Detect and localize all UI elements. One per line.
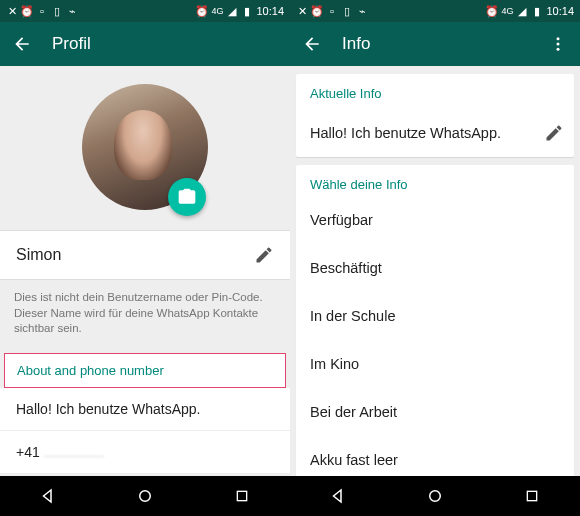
app-bar: Info [290, 22, 580, 66]
name-hint: Dies ist nicht dein Benutzername oder Pi… [0, 280, 290, 349]
xing-icon: ✕ [6, 5, 18, 17]
phone-prefix: +41 [16, 444, 40, 460]
status-option-label: In der Schule [310, 308, 395, 324]
phone-row[interactable]: +41 [0, 431, 290, 474]
phone-left: ✕ ⏰ ▫ ▯ ⌁ ⏰ 4G ◢ ▮ 10:14 Profil Simon [0, 0, 290, 516]
overflow-menu[interactable] [546, 32, 570, 56]
nav-recent[interactable] [222, 476, 262, 516]
status-option[interactable]: Im Kino [296, 340, 574, 388]
svg-rect-6 [527, 491, 536, 500]
name-row[interactable]: Simon [0, 230, 290, 280]
more-vert-icon [549, 35, 567, 53]
current-info-card: Aktuelle Info Hallo! Ich benutze WhatsAp… [296, 74, 574, 157]
status-option-label: Verfügbar [310, 212, 373, 228]
clock: 10:14 [546, 5, 574, 17]
phone-masked [44, 449, 104, 457]
alarm2-icon: ⏰ [486, 5, 498, 17]
status-option-label: Im Kino [310, 356, 359, 372]
about-section-title: About and phone number [17, 363, 273, 378]
options-card: Wähle deine Info Verfügbar Beschäftigt I… [296, 165, 574, 476]
about-row[interactable]: Hallo! Ich benutze WhatsApp. [0, 388, 290, 431]
sim-icon: ▯ [51, 5, 63, 17]
debug-icon: ⌁ [356, 5, 368, 17]
nav-back[interactable] [318, 476, 358, 516]
alarm2-icon: ⏰ [196, 5, 208, 17]
app-bar: Profil [0, 22, 290, 66]
battery-icon: ▮ [241, 5, 253, 17]
svg-point-0 [140, 491, 151, 502]
svg-point-4 [557, 48, 560, 51]
status-option[interactable]: Akku fast leer [296, 436, 574, 476]
avatar-area [0, 66, 290, 230]
clock: 10:14 [256, 5, 284, 17]
alarm-icon: ⏰ [21, 5, 33, 17]
xing-icon: ✕ [296, 5, 308, 17]
phone-right: ✕ ⏰ ▫ ▯ ⌁ ⏰ 4G ◢ ▮ 10:14 Info Aktuelle I… [290, 0, 580, 516]
nav-bar [0, 476, 290, 516]
status-bar: ✕ ⏰ ▫ ▯ ⌁ ⏰ 4G ◢ ▮ 10:14 [0, 0, 290, 22]
edit-name-icon[interactable] [254, 245, 274, 265]
back-button[interactable] [300, 32, 324, 56]
nav-home[interactable] [415, 476, 455, 516]
sim-icon: ▯ [341, 5, 353, 17]
edit-info-icon[interactable] [544, 123, 564, 143]
status-option-label: Beschäftigt [310, 260, 382, 276]
svg-point-3 [557, 43, 560, 46]
debug-icon: ⌁ [66, 5, 78, 17]
about-section-header: About and phone number [4, 353, 286, 388]
nav-home[interactable] [125, 476, 165, 516]
camera-icon [177, 187, 197, 207]
current-info-row[interactable]: Hallo! Ich benutze WhatsApp. [296, 109, 574, 157]
nav-recent[interactable] [512, 476, 552, 516]
network-label: 4G [501, 6, 513, 16]
signal-icon: ◢ [516, 5, 528, 17]
alarm-icon: ⏰ [311, 5, 323, 17]
nfc-icon: ▫ [36, 5, 48, 17]
nfc-icon: ▫ [326, 5, 338, 17]
battery-icon: ▮ [531, 5, 543, 17]
svg-rect-1 [237, 491, 246, 500]
page-title: Profil [52, 34, 91, 54]
about-text: Hallo! Ich benutze WhatsApp. [16, 401, 200, 417]
nav-bar [290, 476, 580, 516]
svg-point-5 [430, 491, 441, 502]
status-option[interactable]: Beschäftigt [296, 244, 574, 292]
signal-icon: ◢ [226, 5, 238, 17]
info-content: Aktuelle Info Hallo! Ich benutze WhatsAp… [290, 66, 580, 476]
back-button[interactable] [10, 32, 34, 56]
status-option[interactable]: In der Schule [296, 292, 574, 340]
page-title: Info [342, 34, 370, 54]
status-bar: ✕ ⏰ ▫ ▯ ⌁ ⏰ 4G ◢ ▮ 10:14 [290, 0, 580, 22]
network-label: 4G [211, 6, 223, 16]
svg-point-2 [557, 37, 560, 40]
current-info-text: Hallo! Ich benutze WhatsApp. [310, 125, 544, 141]
options-head: Wähle deine Info [296, 165, 574, 196]
nav-back[interactable] [28, 476, 68, 516]
display-name: Simon [16, 246, 254, 264]
status-option[interactable]: Verfügbar [296, 196, 574, 244]
camera-button[interactable] [168, 178, 206, 216]
profile-content: Simon Dies ist nicht dein Benutzername o… [0, 66, 290, 476]
status-option-label: Bei der Arbeit [310, 404, 397, 420]
current-info-head: Aktuelle Info [296, 74, 574, 109]
status-option[interactable]: Bei der Arbeit [296, 388, 574, 436]
status-option-label: Akku fast leer [310, 452, 398, 468]
